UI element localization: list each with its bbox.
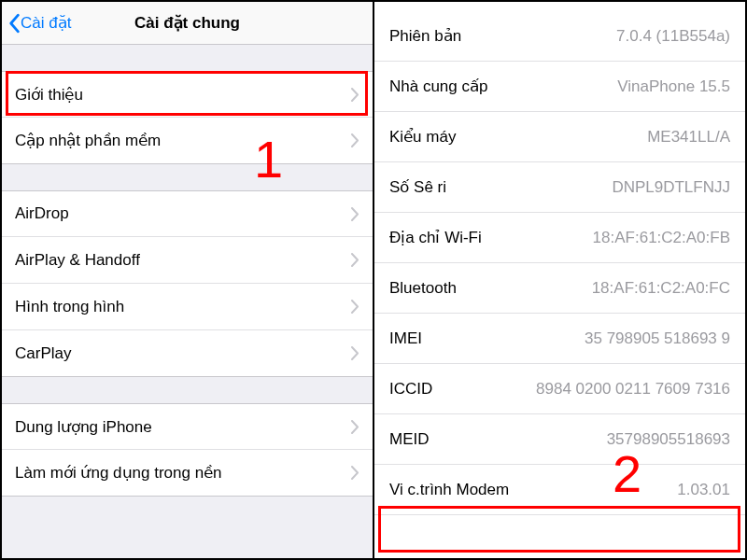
info-label: Phiên bản	[389, 26, 461, 46]
info-value: 7.0.4 (11B554a)	[616, 27, 730, 46]
row-label: AirPlay & Handoff	[15, 251, 140, 270]
info-value: DNPL9DTLFNJJ	[612, 178, 730, 197]
chevron-right-icon	[351, 346, 359, 360]
section-storage: Dung lượng iPhone Làm mới ứng dụng trong…	[2, 403, 373, 497]
info-label: Vi c.trình Modem	[389, 481, 509, 499]
info-carrier[interactable]: Nhà cung cấp VinaPhone 15.5	[374, 62, 745, 112]
info-value: VinaPhone 15.5	[617, 77, 730, 96]
info-version[interactable]: Phiên bản 7.0.4 (11B554a)	[374, 11, 745, 62]
info-value: 35798905518693	[607, 430, 730, 449]
info-label: Nhà cung cấp	[389, 77, 487, 96]
chevron-right-icon	[351, 88, 359, 102]
back-label: Cài đặt	[21, 13, 71, 33]
info-label: MEID	[389, 430, 430, 449]
info-label: Địa chỉ Wi-Fi	[389, 228, 482, 247]
row-label: CarPlay	[15, 344, 71, 363]
chevron-right-icon	[351, 207, 359, 221]
info-value: 18:AF:61:C2:A0:FC	[592, 279, 730, 298]
info-modem-firmware[interactable]: Vi c.trình Modem 1.03.01	[374, 465, 745, 515]
info-model[interactable]: Kiểu máy ME341LL/A	[374, 112, 745, 162]
back-button[interactable]: Cài đặt	[2, 13, 71, 34]
chevron-right-icon	[351, 133, 359, 147]
row-carplay[interactable]: CarPlay	[2, 330, 373, 377]
chevron-right-icon	[351, 420, 359, 434]
section-about: Giới thiệu Cập nhật phần mềm	[2, 71, 373, 164]
row-label: Làm mới ứng dụng trong nền	[15, 463, 222, 483]
row-label: Hình trong hình	[15, 298, 124, 316]
info-imei[interactable]: IMEI 35 798905 518693 9	[374, 314, 745, 364]
section-connectivity: AirDrop AirPlay & Handoff Hình trong hìn…	[2, 190, 373, 377]
info-serial[interactable]: Số Sê ri DNPL9DTLFNJJ	[374, 162, 745, 213]
info-bluetooth[interactable]: Bluetooth 18:AF:61:C2:A0:FC	[374, 263, 745, 314]
chevron-right-icon	[351, 466, 359, 480]
info-label: Số Sê ri	[389, 177, 446, 197]
info-value: 1.03.01	[677, 481, 730, 499]
info-value: 8984 0200 0211 7609 7316	[536, 380, 730, 399]
info-wifi-address[interactable]: Địa chỉ Wi-Fi 18:AF:61:C2:A0:FB	[374, 213, 745, 263]
settings-general-pane: Cài đặt Cài đặt chung Giới thiệu Cập nhậ…	[2, 2, 373, 558]
info-label: Bluetooth	[389, 279, 457, 298]
info-value: 35 798905 518693 9	[585, 329, 730, 348]
chevron-left-icon	[7, 13, 21, 34]
row-iphone-storage[interactable]: Dung lượng iPhone	[2, 403, 373, 450]
nav-header: Cài đặt Cài đặt chung	[2, 2, 373, 45]
chevron-right-icon	[351, 253, 359, 267]
row-airplay-handoff[interactable]: AirPlay & Handoff	[2, 237, 373, 284]
row-label: AirDrop	[15, 204, 69, 223]
row-label: Dung lượng iPhone	[15, 417, 152, 437]
info-iccid[interactable]: ICCID 8984 0200 0211 7609 7316	[374, 364, 745, 414]
row-about[interactable]: Giới thiệu	[2, 71, 373, 118]
info-label: ICCID	[389, 380, 432, 399]
chevron-right-icon	[351, 300, 359, 314]
info-value: 18:AF:61:C2:A0:FB	[593, 229, 730, 247]
info-value: ME341LL/A	[647, 128, 730, 147]
info-label: Kiểu máy	[389, 127, 456, 147]
row-background-refresh[interactable]: Làm mới ứng dụng trong nền	[2, 450, 373, 497]
settings-list: Giới thiệu Cập nhật phần mềm AirDrop Air…	[2, 45, 373, 558]
info-label: IMEI	[389, 329, 422, 348]
row-airdrop[interactable]: AirDrop	[2, 190, 373, 237]
about-detail-pane: Phiên bản 7.0.4 (11B554a) Nhà cung cấp V…	[374, 2, 745, 558]
row-label: Cập nhật phần mềm	[15, 131, 161, 150]
row-pip[interactable]: Hình trong hình	[2, 284, 373, 330]
row-label: Giới thiệu	[15, 85, 83, 105]
info-meid[interactable]: MEID 35798905518693	[374, 414, 745, 465]
row-software-update[interactable]: Cập nhật phần mềm	[2, 118, 373, 164]
